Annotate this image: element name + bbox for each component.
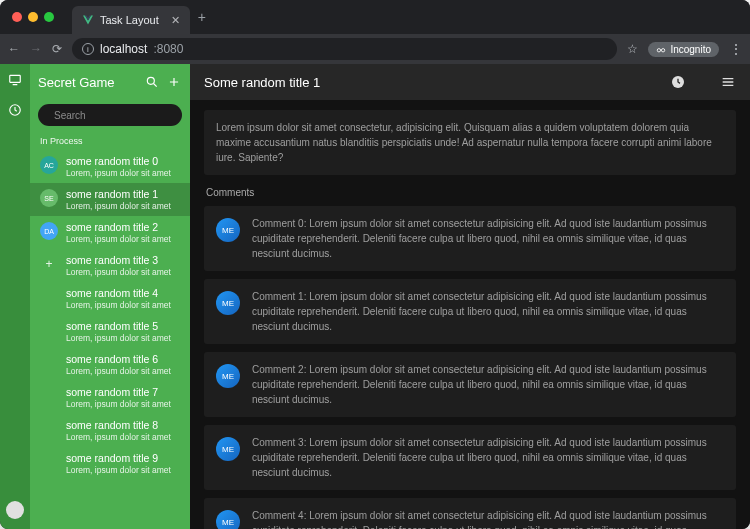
nav-rail [0, 64, 30, 529]
task-title: some random title 8 [66, 419, 171, 432]
task-title: some random title 0 [66, 155, 171, 168]
tab-title: Task Layout [100, 14, 159, 26]
avatar-placeholder [40, 387, 58, 405]
section-label: In Process [30, 132, 190, 150]
app: Secret Game In Process ACsome random tit… [0, 64, 750, 529]
avatar-placeholder [40, 321, 58, 339]
incognito-badge[interactable]: Incognito [648, 42, 719, 57]
browser-window: Task Layout ✕ + ← → ⟳ i localhost:8080 ☆… [0, 0, 750, 529]
search-field[interactable] [38, 104, 182, 126]
task-list-item[interactable]: some random title 7Lorem, ipsum dolor si… [30, 381, 190, 414]
task-list-item[interactable]: SEsome random title 1Lorem, ipsum dolor … [30, 183, 190, 216]
header-menu-button[interactable] [720, 74, 736, 90]
url-host: localhost [100, 42, 147, 56]
back-button[interactable]: ← [8, 42, 20, 56]
comments-label: Comments [206, 187, 734, 198]
comment-avatar: ME [216, 437, 240, 461]
plus-icon [167, 75, 181, 89]
task-title: some random title 9 [66, 452, 171, 465]
url-field[interactable]: i localhost:8080 [72, 38, 617, 60]
address-bar: ← → ⟳ i localhost:8080 ☆ Incognito ⋮ [0, 34, 750, 64]
comment-item: MEComment 0: Lorem ipsum dolor sit amet … [204, 206, 736, 271]
task-subtitle: Lorem, ipsum dolor sit amet [66, 201, 171, 211]
svg-point-1 [662, 49, 665, 52]
task-subtitle: Lorem, ipsum dolor sit amet [66, 366, 171, 376]
task-list-item[interactable]: some random title 4Lorem, ipsum dolor si… [30, 282, 190, 315]
rail-user-avatar[interactable] [6, 501, 24, 519]
site-info-icon[interactable]: i [82, 43, 94, 55]
user-avatar: AC [40, 156, 58, 174]
task-subtitle: Lorem, ipsum dolor sit amet [66, 300, 171, 310]
comment-item: MEComment 3: Lorem ipsum dolor sit amet … [204, 425, 736, 490]
task-description: Lorem ipsum dolor sit amet consectetur, … [204, 110, 736, 175]
sidebar-header: Secret Game [30, 64, 190, 100]
comment-text: Comment 4: Lorem ipsum dolor sit amet co… [252, 508, 724, 529]
vue-logo-icon [82, 14, 94, 26]
task-title: some random title 7 [66, 386, 171, 399]
comment-text: Comment 0: Lorem ipsum dolor sit amet co… [252, 216, 724, 261]
rail-item-history[interactable] [7, 102, 23, 118]
task-list[interactable]: ACsome random title 0Lorem, ipsum dolor … [30, 150, 190, 529]
user-avatar: SE [40, 189, 58, 207]
main-panel: Some random title 1 Lorem ipsum dolor si… [190, 64, 750, 529]
rail-item-dashboard[interactable] [7, 72, 23, 88]
task-subtitle: Lorem, ipsum dolor sit amet [66, 168, 171, 178]
forward-button[interactable]: → [30, 42, 42, 56]
sidebar-search-button[interactable] [144, 74, 160, 90]
avatar-placeholder [40, 453, 58, 471]
svg-point-4 [147, 77, 154, 84]
task-list-item[interactable]: some random title 8Lorem, ipsum dolor si… [30, 414, 190, 447]
clock-icon [670, 74, 686, 90]
task-list-item[interactable]: +some random title 3Lorem, ipsum dolor s… [30, 249, 190, 282]
task-title: some random title 3 [66, 254, 171, 267]
task-list-item[interactable]: some random title 6Lorem, ipsum dolor si… [30, 348, 190, 381]
maximize-window-button[interactable] [44, 12, 54, 22]
comments-list: MEComment 0: Lorem ipsum dolor sit amet … [204, 206, 736, 529]
browser-tab[interactable]: Task Layout ✕ [72, 6, 190, 34]
comment-item: MEComment 2: Lorem ipsum dolor sit amet … [204, 352, 736, 417]
main-header: Some random title 1 [190, 64, 750, 100]
url-port: :8080 [153, 42, 183, 56]
avatar-placeholder [40, 420, 58, 438]
comment-text: Comment 2: Lorem ipsum dolor sit amet co… [252, 362, 724, 407]
task-list-item[interactable]: DAsome random title 2Lorem, ipsum dolor … [30, 216, 190, 249]
bookmark-icon[interactable]: ☆ [627, 42, 638, 56]
svg-rect-2 [10, 75, 21, 82]
main-body[interactable]: Lorem ipsum dolor sit amet consectetur, … [190, 100, 750, 529]
task-subtitle: Lorem, ipsum dolor sit amet [66, 267, 171, 277]
window-controls [0, 12, 54, 22]
task-list-item[interactable]: some random title 9Lorem, ipsum dolor si… [30, 447, 190, 480]
monitor-icon [8, 73, 22, 87]
reload-button[interactable]: ⟳ [52, 42, 62, 56]
sidebar: Secret Game In Process ACsome random tit… [30, 64, 190, 529]
task-subtitle: Lorem, ipsum dolor sit amet [66, 432, 171, 442]
task-subtitle: Lorem, ipsum dolor sit amet [66, 333, 171, 343]
task-subtitle: Lorem, ipsum dolor sit amet [66, 234, 171, 244]
new-tab-button[interactable]: + [198, 9, 206, 25]
task-title: some random title 6 [66, 353, 171, 366]
app-title: Secret Game [38, 75, 138, 90]
minimize-window-button[interactable] [28, 12, 38, 22]
comment-avatar: ME [216, 218, 240, 242]
close-window-button[interactable] [12, 12, 22, 22]
header-clock-button[interactable] [670, 74, 686, 90]
close-tab-icon[interactable]: ✕ [171, 14, 180, 27]
comment-item: MEComment 1: Lorem ipsum dolor sit amet … [204, 279, 736, 344]
task-title: some random title 5 [66, 320, 171, 333]
comment-item: MEComment 4: Lorem ipsum dolor sit amet … [204, 498, 736, 529]
sidebar-add-button[interactable] [166, 74, 182, 90]
page-title: Some random title 1 [204, 75, 660, 90]
task-list-item[interactable]: ACsome random title 0Lorem, ipsum dolor … [30, 150, 190, 183]
titlebar: Task Layout ✕ + [0, 0, 750, 34]
search-input[interactable] [54, 110, 181, 121]
clock-icon [8, 103, 22, 117]
comment-text: Comment 3: Lorem ipsum dolor sit amet co… [252, 435, 724, 480]
browser-menu-button[interactable]: ⋮ [729, 41, 742, 57]
user-avatar: DA [40, 222, 58, 240]
task-title: some random title 4 [66, 287, 171, 300]
avatar-placeholder [40, 354, 58, 372]
task-title: some random title 2 [66, 221, 171, 234]
comment-avatar: ME [216, 364, 240, 388]
task-list-item[interactable]: some random title 5Lorem, ipsum dolor si… [30, 315, 190, 348]
svg-point-0 [658, 49, 661, 52]
